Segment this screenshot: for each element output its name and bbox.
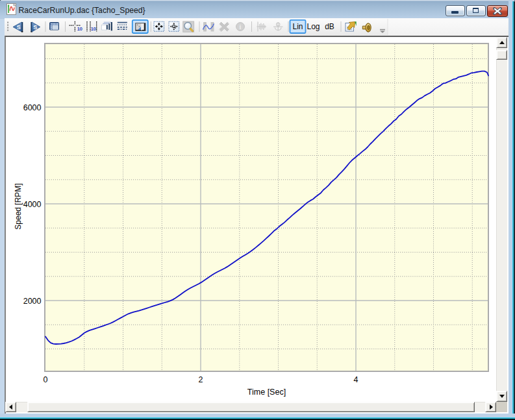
svg-text:4: 4 — [354, 375, 358, 384]
svg-text:0: 0 — [44, 375, 48, 384]
svg-text:2: 2 — [199, 375, 203, 384]
svg-text:2000: 2000 — [23, 297, 42, 306]
svg-text:Speed [RPM]: Speed [RPM] — [14, 183, 23, 229]
svg-text:6000: 6000 — [23, 103, 42, 112]
svg-text:Time [Sec]: Time [Sec] — [247, 388, 286, 397]
svg-text:4000: 4000 — [23, 200, 42, 209]
